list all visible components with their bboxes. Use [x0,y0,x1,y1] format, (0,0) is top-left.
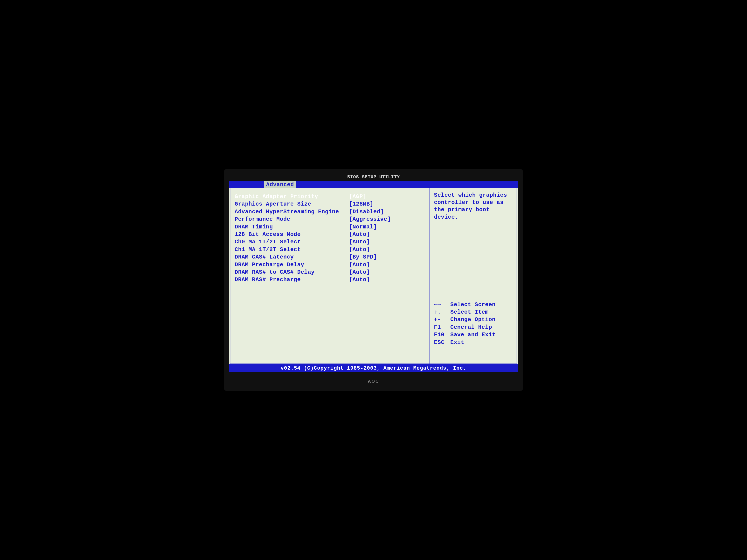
hint-action: Select Screen [450,301,496,309]
setting-row[interactable]: Performance Mode[Aggressive] [235,216,426,223]
setting-row[interactable]: DRAM RAS# Precharge[Auto] [235,276,426,284]
setting-label: Graphic Adapter Priority [235,193,349,201]
setting-value[interactable]: [Auto] [349,261,370,269]
setting-row[interactable]: Advanced HyperStreaming Engine[Disabled] [235,208,426,216]
setting-label: DRAM RAS# to CAS# Delay [235,269,349,276]
hint-action: General Help [450,324,492,331]
hint-key: F10 [434,331,446,339]
setting-label: Performance Mode [235,216,349,223]
setting-label: DRAM Timing [235,223,349,231]
hint-key: ↑↓ [434,309,446,316]
setting-row[interactable]: DRAM Precharge Delay[Auto] [235,261,426,269]
setting-label: Advanced HyperStreaming Engine [235,208,349,216]
hint-row: ESCExit [434,339,513,346]
footer-copyright: v02.54 (C)Copyright 1985-2003, American … [229,364,518,372]
settings-panel: Graphic Adapter Priority[AGP]Graphics Ap… [230,188,430,364]
hint-row: ←→Select Screen [434,301,513,309]
setting-label: 128 Bit Access Mode [235,231,349,238]
hint-row: F10Save and Exit [434,331,513,339]
setting-label: Ch1 MA 1T/2T Select [235,246,349,254]
help-text: Select which graphics controller to use … [434,192,513,221]
setting-value[interactable]: [By SPD] [349,254,377,261]
tab-bar: Advanced [229,181,518,188]
setting-row[interactable]: Ch1 MA 1T/2T Select[Auto] [235,246,426,254]
setting-row[interactable]: Graphic Adapter Priority[AGP] [235,193,426,201]
setting-value[interactable]: [Auto] [349,238,370,246]
hint-row: ↑↓Select Item [434,309,513,316]
setting-value[interactable]: [Auto] [349,246,370,254]
setting-value[interactable]: [128MB] [349,201,373,208]
hint-row: +-Change Option [434,316,513,323]
setting-row[interactable]: Graphics Aperture Size[128MB] [235,201,426,208]
tab-advanced[interactable]: Advanced [264,181,296,188]
setting-value[interactable]: [Auto] [349,276,370,284]
main-panel: Graphic Adapter Priority[AGP]Graphics Ap… [230,188,517,364]
hint-key: ESC [434,339,446,346]
monitor-bezel: BIOS SETUP UTILITY Advanced Graphic Adap… [224,169,523,391]
monitor-brand-label: AOC [368,379,379,384]
setting-row[interactable]: Ch0 MA 1T/2T Select[Auto] [235,238,426,246]
key-hints: ←→Select Screen↑↓Select Item+-Change Opt… [434,301,513,346]
setting-label: DRAM RAS# Precharge [235,276,349,284]
app-title: BIOS SETUP UTILITY [347,174,400,180]
setting-label: Ch0 MA 1T/2T Select [235,238,349,246]
hint-action: Select Item [450,309,489,316]
hint-row: F1General Help [434,324,513,331]
setting-value[interactable]: [Aggressive] [349,216,391,223]
hint-action: Change Option [450,316,496,323]
setting-value[interactable]: [Disabled] [349,208,384,216]
setting-label: Graphics Aperture Size [235,201,349,208]
setting-label: DRAM CAS# Latency [235,254,349,261]
setting-row[interactable]: DRAM CAS# Latency[By SPD] [235,254,426,261]
hint-action: Exit [450,339,464,346]
help-panel: Select which graphics controller to use … [430,188,517,364]
setting-row[interactable]: DRAM Timing[Normal] [235,223,426,231]
hint-action: Save and Exit [450,331,496,339]
setting-value[interactable]: [Auto] [349,231,370,238]
hint-key: F1 [434,324,446,331]
hint-key: +- [434,316,446,323]
setting-value[interactable]: [Normal] [349,223,377,231]
hint-key: ←→ [434,301,446,309]
setting-label: DRAM Precharge Delay [235,261,349,269]
setting-row[interactable]: 128 Bit Access Mode[Auto] [235,231,426,238]
setting-value[interactable]: [AGP] [349,193,366,201]
setting-row[interactable]: DRAM RAS# to CAS# Delay[Auto] [235,269,426,276]
bios-screen: BIOS SETUP UTILITY Advanced Graphic Adap… [229,181,518,372]
setting-value[interactable]: [Auto] [349,269,370,276]
